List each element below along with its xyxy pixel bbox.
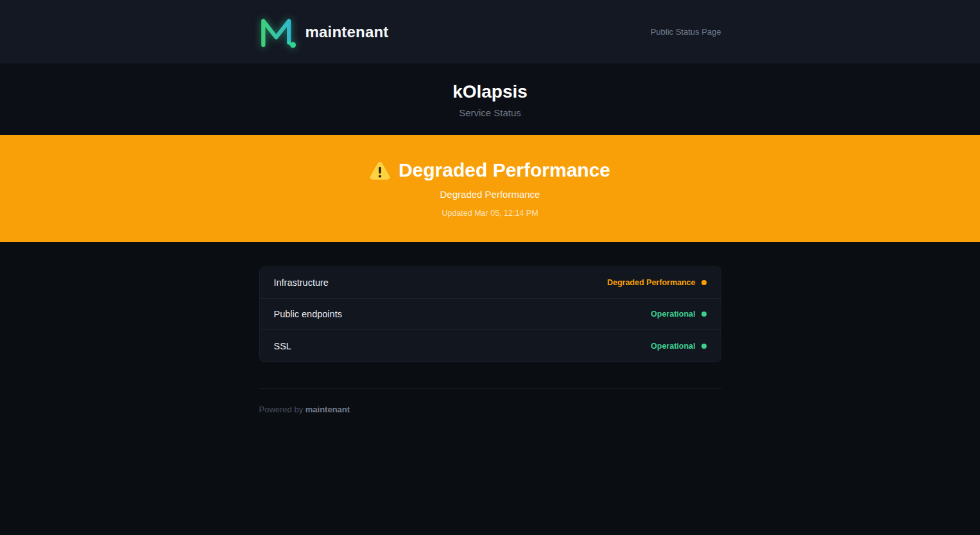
component-name: Public endpoints: [274, 309, 342, 319]
components-card: Infrastructure Degraded Performance Publ…: [259, 267, 721, 362]
status-dot-icon: [701, 280, 707, 285]
main-content: Infrastructure Degraded Performance Publ…: [0, 242, 980, 491]
component-row: Public endpoints Operational: [260, 299, 721, 330]
service-subtitle: Service Status: [459, 107, 521, 118]
component-name: Infrastructure: [274, 277, 329, 288]
brand-link[interactable]: maintenant: [259, 15, 389, 49]
banner-updated-timestamp: Updated Mar 05, 12:14 PM: [442, 209, 538, 218]
component-name: SSL: [274, 341, 291, 351]
footer: Powered by maintenant: [259, 389, 721, 414]
component-status: Operational: [651, 310, 706, 319]
status-banner: Degraded Performance Degraded Performanc…: [0, 135, 980, 242]
component-row: SSL Operational: [260, 330, 721, 362]
component-status: Operational: [651, 342, 706, 351]
banner-title: Degraded Performance: [399, 159, 610, 181]
header-page-label: Public Status Page: [651, 27, 721, 37]
service-name: kOlapsis: [452, 82, 528, 102]
warning-triangle-icon: [370, 161, 390, 180]
banner-subtitle: Degraded Performance: [440, 189, 540, 200]
brand-m-logo-icon: [259, 15, 297, 49]
component-row: Infrastructure Degraded Performance: [260, 267, 721, 299]
brand-name: maintenant: [305, 23, 389, 41]
component-status-label: Operational: [651, 342, 695, 351]
service-header: kOlapsis Service Status: [0, 64, 980, 135]
status-dot-icon: [701, 311, 707, 317]
powered-by-label: Powered by: [259, 405, 304, 414]
component-status-label: Degraded Performance: [607, 278, 696, 287]
powered-by-brand-link[interactable]: maintenant: [305, 405, 350, 414]
top-nav: maintenant Public Status Page: [0, 0, 980, 64]
status-dot-icon: [701, 344, 707, 349]
component-status-label: Operational: [651, 310, 695, 319]
component-status: Degraded Performance: [607, 278, 707, 287]
